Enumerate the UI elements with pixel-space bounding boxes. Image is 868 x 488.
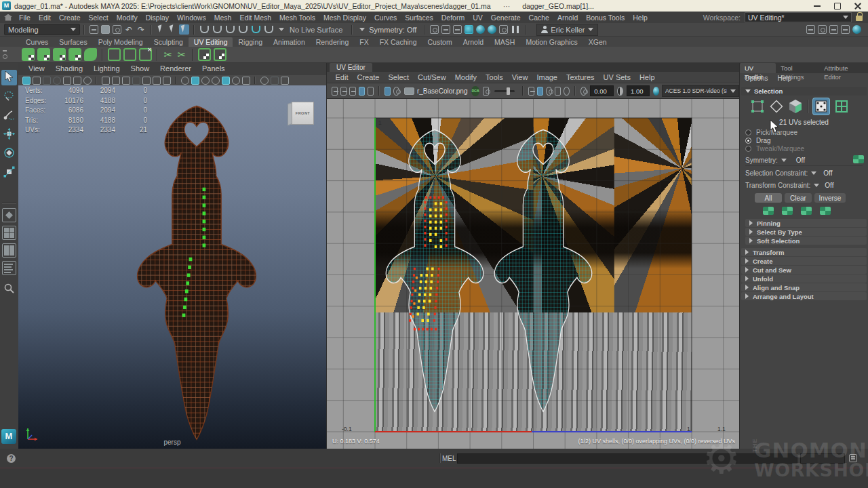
- lookdev-icon[interactable]: [499, 25, 508, 34]
- maya-home-icon[interactable]: [4, 14, 12, 21]
- gate-mask-icon[interactable]: [132, 77, 140, 85]
- menu-generate[interactable]: Generate: [487, 14, 525, 22]
- uv-menu-uv-sets[interactable]: UV Sets: [599, 73, 635, 81]
- chevron-down-icon[interactable]: [814, 184, 819, 187]
- uv-editor-shelf-icon[interactable]: [198, 48, 211, 61]
- lock-camera-icon[interactable]: [33, 77, 41, 85]
- menu-uv[interactable]: UV: [469, 14, 487, 22]
- symmetry-status[interactable]: Symmetry: Off: [369, 26, 416, 34]
- shelf-tab-motion-graphics[interactable]: Motion Graphics: [520, 37, 583, 47]
- color-management-icon[interactable]: [653, 87, 659, 96]
- select-object-icon[interactable]: [167, 24, 178, 35]
- tile-grid-icon[interactable]: [359, 87, 365, 96]
- tile-labels-icon[interactable]: [368, 87, 374, 96]
- uv-editor-tab[interactable]: UV Editor: [330, 63, 372, 72]
- menu-edit-mesh[interactable]: Edit Mesh: [235, 14, 275, 22]
- uv-menu-help[interactable]: Help: [635, 73, 659, 81]
- channel-box-icon[interactable]: [852, 25, 861, 34]
- shelf-tab-curves[interactable]: Curves: [20, 37, 54, 47]
- workspace-lock-icon[interactable]: [856, 16, 863, 21]
- select-loop-icon[interactable]: [820, 207, 831, 215]
- display-image-icon[interactable]: [537, 87, 543, 96]
- redo-icon[interactable]: ↷: [136, 25, 146, 35]
- uv-menu-tools[interactable]: Tools: [481, 73, 508, 81]
- modeling-toolkit-icon[interactable]: [806, 25, 815, 34]
- uv-mode-icon[interactable]: [813, 98, 829, 115]
- viewport-canvas[interactable]: Verts:409420940 Edges:1017641880 Faces:6…: [18, 85, 326, 449]
- menu-help[interactable]: Help: [629, 14, 652, 22]
- uv-menu-select[interactable]: Select: [384, 73, 414, 81]
- shelf-tab-sculpting[interactable]: Sculpting: [149, 37, 189, 47]
- safe-title-icon[interactable]: [163, 77, 171, 85]
- gamma-field[interactable]: 1.00: [627, 85, 650, 96]
- menu-bonus-tools[interactable]: Bonus Tools: [582, 14, 629, 22]
- exposure-field[interactable]: 0.00: [590, 85, 613, 96]
- menu-select[interactable]: Select: [85, 14, 113, 22]
- section-pinning[interactable]: Pinning: [745, 219, 867, 227]
- uv-menu-image[interactable]: Image: [532, 73, 562, 81]
- ipr-render-icon[interactable]: [453, 25, 462, 34]
- uv-distortion-icon[interactable]: [332, 87, 338, 96]
- 3d-cut-sew-tool-icon[interactable]: [108, 48, 121, 61]
- dim-image-icon[interactable]: [393, 87, 399, 96]
- dagger-3d-model[interactable]: [18, 85, 326, 449]
- menu-file[interactable]: File: [15, 14, 35, 22]
- tab-attribute-editor[interactable]: Attribute Editor: [819, 63, 868, 73]
- unfold-tool-icon[interactable]: [123, 48, 136, 61]
- viewport-menu-shading[interactable]: Shading: [51, 64, 87, 73]
- minimize-button[interactable]: [807, 0, 827, 12]
- shelf-tab-rendering[interactable]: Rendering: [311, 37, 354, 47]
- toolkit-menu-options[interactable]: Options: [740, 75, 772, 82]
- menu-surfaces[interactable]: Surfaces: [401, 14, 437, 22]
- radio-drag[interactable]: Drag: [745, 137, 771, 144]
- scale-tool[interactable]: [1, 165, 17, 180]
- rgb-channels-icon[interactable]: RGB: [471, 86, 479, 96]
- snap-to-grid-icon[interactable]: [200, 26, 209, 33]
- isolate-select-icon[interactable]: [260, 77, 269, 85]
- uv-shells-overlay[interactable]: [327, 99, 739, 449]
- section-transform[interactable]: Transform: [741, 248, 867, 256]
- search-icon[interactable]: [1, 281, 17, 297]
- section-soft-selection[interactable]: Soft Selection: [745, 237, 867, 245]
- pause-viewport-icon[interactable]: [512, 26, 519, 33]
- chevron-down-icon[interactable]: [781, 159, 787, 162]
- section-create[interactable]: Create: [741, 257, 867, 265]
- uv-menu-create[interactable]: Create: [353, 73, 384, 81]
- image-plane-icon[interactable]: [63, 77, 71, 85]
- shadows-icon[interactable]: [222, 77, 230, 85]
- texture-name-field[interactable]: r_BaseColor.png: [403, 85, 468, 96]
- select-component-icon[interactable]: [179, 24, 189, 35]
- grow-selection-icon[interactable]: [782, 207, 793, 215]
- tab-uv-toolkit[interactable]: UV Toolkit: [740, 63, 776, 73]
- uv-menu-cut-sew[interactable]: Cut/Sew: [414, 73, 451, 81]
- attribute-editor-icon[interactable]: [829, 25, 838, 34]
- viewport-menu-panels[interactable]: Panels: [197, 64, 230, 73]
- exposure-toggle-icon[interactable]: [281, 77, 289, 85]
- hypershade-icon[interactable]: [488, 25, 496, 34]
- humanik-icon[interactable]: [818, 25, 827, 34]
- face-mode-icon[interactable]: [787, 98, 804, 115]
- tab-tool-settings[interactable]: Tool Settings: [776, 63, 819, 73]
- image-dim-slider[interactable]: [494, 90, 515, 92]
- menu-edit[interactable]: Edit: [35, 14, 55, 22]
- cylindrical-mapping-icon[interactable]: [37, 48, 50, 61]
- film-gate-icon[interactable]: [112, 77, 120, 85]
- new-scene-icon[interactable]: [90, 25, 98, 34]
- grease-pencil-icon[interactable]: [83, 77, 92, 85]
- menu-mesh-display[interactable]: Mesh Display: [319, 14, 370, 22]
- viewport-menu-view[interactable]: View: [24, 64, 50, 73]
- open-scene-icon[interactable]: [101, 25, 110, 34]
- radio-tweak-marquee[interactable]: Tweak/Marquee: [745, 145, 804, 152]
- grid-toggle-icon[interactable]: [102, 77, 110, 85]
- menu-modify[interactable]: Modify: [113, 14, 142, 22]
- signed-in-user[interactable]: Eric Keller: [536, 24, 598, 36]
- shelf-tab-animation[interactable]: Animation: [268, 37, 311, 47]
- menu-mesh[interactable]: Mesh: [210, 14, 236, 22]
- uv-canvas[interactable]: 1 -0.1 1 1.1 U: 0.183 V: 0.574 (1/2) UV …: [327, 99, 739, 449]
- shelf-tab-rigging[interactable]: Rigging: [233, 37, 268, 47]
- ambient-occlusion-icon[interactable]: [232, 77, 240, 85]
- layout-two-pane-button[interactable]: [2, 243, 16, 258]
- two-d-pan-zoom-icon[interactable]: [73, 77, 81, 85]
- spherical-mapping-icon[interactable]: [53, 48, 66, 61]
- move-tool[interactable]: [1, 127, 17, 142]
